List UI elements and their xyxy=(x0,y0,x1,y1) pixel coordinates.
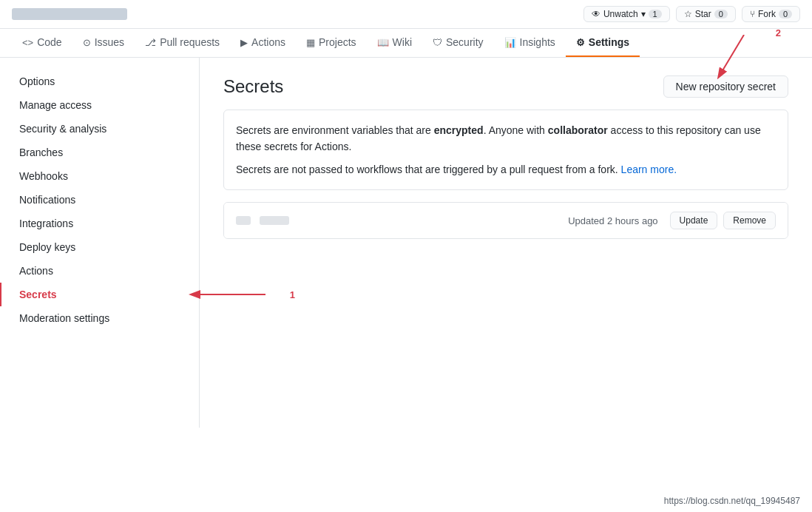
sidebar-item-manage-access[interactable]: Manage access xyxy=(0,93,199,117)
sidebar-options-label: Options xyxy=(19,75,55,87)
repo-action-buttons: 👁 Unwatch ▾ 1 ☆ Star 0 ⑂ Fork 0 xyxy=(583,6,800,22)
repo-user xyxy=(12,8,127,20)
sidebar-item-deploy-keys[interactable]: Deploy keys xyxy=(0,235,199,259)
star-icon: ☆ xyxy=(684,9,692,19)
sidebar-item-moderation[interactable]: Moderation settings xyxy=(0,306,199,330)
nav-code[interactable]: <> Code xyxy=(12,29,72,57)
nav-code-label: Code xyxy=(37,36,61,48)
nav-issues-label: Issues xyxy=(95,36,124,48)
nav-pr-label: Pull requests xyxy=(160,36,220,48)
unwatch-button[interactable]: 👁 Unwatch ▾ 1 xyxy=(583,6,670,22)
nav-projects-label: Projects xyxy=(319,36,356,48)
repo-nav: <> Code ⊙ Issues ⎇ Pull requests ▶ Actio… xyxy=(0,29,812,58)
sidebar-item-webhooks[interactable]: Webhooks xyxy=(0,164,199,188)
fork-label: Fork xyxy=(758,9,776,19)
nav-actions-label: Actions xyxy=(251,36,285,48)
projects-icon: ▦ xyxy=(306,37,315,48)
nav-wiki[interactable]: 📖 Wiki xyxy=(367,29,422,57)
info-bold-encrypted: encrypted xyxy=(434,124,484,136)
info-bold-collaborator: collaborator xyxy=(548,124,608,136)
sidebar-item-notifications[interactable]: Notifications xyxy=(0,188,199,212)
secret-name-placeholder xyxy=(236,216,251,225)
fork-count: 0 xyxy=(779,10,792,18)
secret-name-cell xyxy=(236,216,568,225)
nav-settings[interactable]: ⚙ Settings xyxy=(566,29,640,57)
annotation-2: 2 xyxy=(776,27,781,38)
sidebar-item-actions[interactable]: Actions xyxy=(0,259,199,283)
nav-security[interactable]: 🛡 Security xyxy=(422,29,494,57)
unwatch-label: Unwatch xyxy=(603,9,638,19)
sidebar-secrets-label: Secrets xyxy=(19,289,57,300)
nav-insights[interactable]: 📊 Insights xyxy=(494,29,566,57)
wiki-icon: 📖 xyxy=(377,37,389,48)
sidebar-integrations-label: Integrations xyxy=(19,218,73,229)
unwatch-count: 1 xyxy=(649,10,662,18)
new-secret-container: New repository secret 2 xyxy=(663,75,788,98)
sidebar-manage-access-label: Manage access xyxy=(19,99,92,111)
nav-settings-label: Settings xyxy=(589,36,629,48)
page-layout: Options Manage access Security & analysi… xyxy=(0,58,812,428)
insights-icon: 📊 xyxy=(504,37,516,48)
annotation-1: 1 xyxy=(290,289,295,300)
learn-more-link[interactable]: Learn more. xyxy=(621,164,677,175)
remove-secret-button[interactable]: Remove xyxy=(723,212,776,229)
nav-pull-requests[interactable]: ⎇ Pull requests xyxy=(135,29,230,57)
update-secret-button[interactable]: Update xyxy=(670,212,718,229)
secrets-info-box: Secrets are environment variables that a… xyxy=(223,110,788,190)
star-label: Star xyxy=(695,9,711,19)
nav-security-label: Security xyxy=(446,36,484,48)
nav-projects[interactable]: ▦ Projects xyxy=(296,29,367,57)
issues-icon: ⊙ xyxy=(83,37,91,48)
info-mid: . Anyone with xyxy=(484,124,548,136)
secret-value-placeholder xyxy=(260,216,289,225)
security-icon: 🛡 xyxy=(433,37,442,48)
secret-action-buttons: Update Remove xyxy=(670,212,776,229)
repo-header: 👁 Unwatch ▾ 1 ☆ Star 0 ⑂ Fork 0 xyxy=(0,0,812,29)
sidebar-moderation-label: Moderation settings xyxy=(19,312,109,324)
sidebar: Options Manage access Security & analysi… xyxy=(0,58,200,428)
nav-issues[interactable]: ⊙ Issues xyxy=(72,29,135,57)
sidebar-item-integrations[interactable]: Integrations xyxy=(0,212,199,235)
sidebar-notifications-label: Notifications xyxy=(19,194,75,206)
sidebar-item-security-analysis[interactable]: Security & analysis xyxy=(0,117,199,141)
nav-actions[interactable]: ▶ Actions xyxy=(230,29,296,57)
eye-icon: 👁 xyxy=(592,9,600,19)
code-icon: <> xyxy=(22,37,33,48)
fork-icon: ⑂ xyxy=(750,9,755,19)
secrets-list: Updated 2 hours ago Update Remove xyxy=(223,202,788,239)
secret-updated-time: Updated 2 hours ago xyxy=(568,215,657,226)
nav-wiki-label: Wiki xyxy=(393,36,412,48)
sidebar-security-analysis-label: Security & analysis xyxy=(19,123,106,135)
actions-icon: ▶ xyxy=(240,37,248,48)
sidebar-deploy-keys-label: Deploy keys xyxy=(19,241,75,253)
sidebar-item-options[interactable]: Options xyxy=(0,70,199,93)
page-title: Secrets xyxy=(223,76,283,97)
repo-breadcrumb xyxy=(12,8,127,20)
main-content: Secrets New repository secret 2 Secrets … xyxy=(200,58,812,428)
page-header: Secrets New repository secret 2 xyxy=(223,75,788,98)
star-count: 0 xyxy=(714,10,728,18)
info-prefix: Secrets are environment variables that a… xyxy=(236,124,434,136)
pr-icon: ⎇ xyxy=(145,37,156,48)
info-line-2: Secrets are not passed to workflows that… xyxy=(236,161,776,178)
fork-button[interactable]: ⑂ Fork 0 xyxy=(742,6,800,22)
settings-icon: ⚙ xyxy=(576,37,585,48)
sidebar-actions-label: Actions xyxy=(19,265,53,277)
new-repository-secret-button[interactable]: New repository secret xyxy=(663,75,788,98)
table-row: Updated 2 hours ago Update Remove xyxy=(224,203,788,238)
info-line-1: Secrets are environment variables that a… xyxy=(236,122,776,155)
nav-insights-label: Insights xyxy=(520,36,555,48)
dropdown-icon: ▾ xyxy=(641,9,646,19)
sidebar-branches-label: Branches xyxy=(19,146,63,158)
info-fork-text: Secrets are not passed to workflows that… xyxy=(236,164,621,175)
sidebar-webhooks-label: Webhooks xyxy=(19,170,68,182)
star-button[interactable]: ☆ Star 0 xyxy=(676,6,736,22)
sidebar-item-branches[interactable]: Branches xyxy=(0,141,199,164)
sidebar-item-secrets[interactable]: Secrets 1 xyxy=(0,283,199,306)
